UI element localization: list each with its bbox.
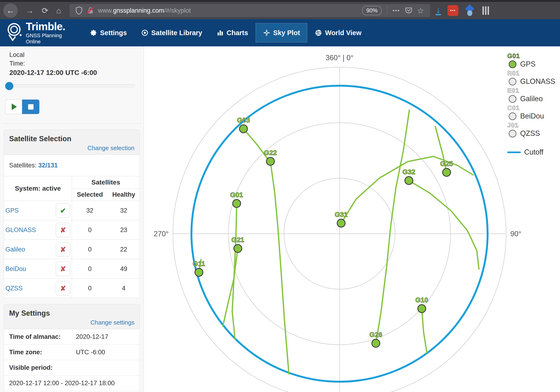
extension-red-icon[interactable]: ••• bbox=[448, 5, 458, 16]
stop-icon bbox=[28, 104, 33, 110]
tab-settings[interactable]: Settings bbox=[83, 23, 134, 42]
satellite-marker-g22[interactable] bbox=[266, 157, 274, 165]
selected-count: 0 bbox=[72, 240, 108, 259]
system-link-gps[interactable]: GPS bbox=[5, 207, 19, 214]
system-toggle-gps[interactable]: ✔ bbox=[56, 203, 70, 218]
legend-item-qzss: J01QZSS bbox=[507, 122, 560, 138]
stop-button[interactable] bbox=[22, 99, 39, 114]
satellite-label-g01: G01 bbox=[230, 191, 243, 199]
system-link-galileo[interactable]: Galileo bbox=[5, 246, 25, 253]
legend-system-name: GLONASS bbox=[520, 77, 555, 86]
system-toggle-galileo[interactable]: ✘ bbox=[56, 242, 70, 257]
selected-header: Selected bbox=[72, 189, 108, 201]
sidebars-icon[interactable] bbox=[481, 6, 489, 15]
settings-value: UTC -6:00 bbox=[76, 349, 134, 356]
browser-window: ← → ⟳ ⌂ www.gnssplanning.com/#/skyplot 9… bbox=[0, 0, 560, 392]
system-toggle-qzss[interactable]: ✘ bbox=[56, 281, 70, 295]
change-selection-link[interactable]: Change selection bbox=[9, 145, 134, 152]
my-settings-title: My Settings bbox=[9, 309, 134, 318]
system-link-glonass[interactable]: GLONASS bbox=[5, 226, 36, 234]
system-row-beidou: BeiDou✘049 bbox=[4, 259, 140, 279]
satellites-header: Satellites bbox=[72, 176, 140, 189]
back-button[interactable]: ← bbox=[3, 3, 18, 18]
insecure-lock-icon[interactable] bbox=[87, 7, 94, 14]
brand-subtitle: GNSS Planning Online bbox=[26, 33, 76, 45]
brand-title[interactable]: Trimble. bbox=[26, 21, 76, 32]
settings-label: Time zone: bbox=[9, 349, 76, 356]
system-link-beidou[interactable]: BeiDou bbox=[5, 265, 26, 273]
legend-item-galileo: E01Galileo bbox=[507, 88, 560, 103]
satellite-marker-g32[interactable] bbox=[405, 176, 413, 185]
content: Local Time: 2020-12-17 12:00 UTC -6:00 S… bbox=[0, 46, 560, 392]
forward-button[interactable]: → bbox=[26, 7, 34, 15]
satellite-marker-g11[interactable] bbox=[195, 268, 203, 276]
url-text[interactable]: www.gnssplanning.com/#/skyplot bbox=[98, 7, 360, 14]
satellite-marker-g10[interactable] bbox=[418, 305, 426, 313]
settings-row: Latitude:N 30° 19' 26.561" bbox=[4, 391, 140, 392]
satellites-selected-count[interactable]: 32 bbox=[39, 162, 45, 169]
downloads-icon[interactable]: ↓ bbox=[436, 6, 441, 15]
crosshair-icon bbox=[263, 29, 270, 37]
tab-charts[interactable]: Charts bbox=[210, 23, 255, 42]
local-time-value: 2020-12-17 12:00 UTC -6:00 bbox=[9, 69, 140, 77]
tab-label: World View bbox=[325, 29, 361, 37]
azimuth-label-north: 360° | 0° bbox=[325, 54, 353, 62]
local-time-label: Local Time: bbox=[9, 50, 35, 68]
legend-system-name: Galileo bbox=[520, 95, 543, 103]
legend-satellite-id: G01 bbox=[507, 53, 560, 59]
system-row-qzss: QZSS✘04 bbox=[4, 279, 140, 298]
time-slider-track[interactable] bbox=[5, 84, 135, 87]
satellite-track-g21 bbox=[223, 248, 238, 326]
tab-satellite-library[interactable]: Satellite Library bbox=[134, 23, 209, 42]
satellite-marker-g21[interactable] bbox=[234, 245, 242, 252]
selected-count: 0 bbox=[72, 259, 108, 279]
my-settings-header: My Settings Change settings bbox=[4, 304, 140, 329]
extension-blue-icon[interactable] bbox=[464, 5, 475, 16]
settings-label: Visible period: bbox=[9, 364, 76, 371]
zoom-level-badge[interactable]: 90% bbox=[362, 6, 382, 15]
trimble-logo: Trimble. GNSS Planning Online bbox=[6, 21, 76, 45]
satellite-selection-header: Satellite Selection Change selection bbox=[4, 130, 140, 155]
satellite-marker-g31[interactable] bbox=[337, 219, 345, 227]
satellites-total-count[interactable]: 131 bbox=[47, 162, 58, 169]
url-path: /#/skyplot bbox=[164, 7, 191, 14]
change-settings-link[interactable]: Change settings bbox=[9, 319, 134, 326]
satellites-count-label: Satellites: bbox=[9, 162, 37, 169]
settings-row: Time of almanac:2020-12-17 bbox=[4, 329, 140, 344]
home-button[interactable]: ⌂ bbox=[57, 7, 61, 15]
tab-world-view[interactable]: World View bbox=[308, 23, 368, 42]
url-domain: gnssplanning.com bbox=[113, 7, 164, 14]
satellite-marker-g25[interactable] bbox=[443, 168, 450, 176]
app-navbar: Trimble. GNSS Planning Online SettingsSa… bbox=[0, 19, 560, 46]
tracking-protection-shield-icon[interactable] bbox=[75, 7, 82, 15]
satellites-count-row: Satellites: 32/131 bbox=[4, 155, 140, 176]
tab-label: Satellite Library bbox=[151, 29, 202, 37]
url-prefix: www. bbox=[98, 7, 113, 14]
tab-sky-plot[interactable]: Sky Plot bbox=[256, 23, 307, 42]
satellite-marker-g26[interactable] bbox=[372, 339, 380, 347]
satellite-label-g11: G11 bbox=[193, 260, 205, 267]
pocket-icon[interactable] bbox=[405, 7, 412, 14]
legend-satellite-id: R01 bbox=[507, 70, 560, 77]
playback-controls bbox=[5, 99, 140, 114]
reload-button[interactable]: ⟳ bbox=[42, 7, 49, 15]
azimuth-label-east: 90° bbox=[510, 230, 521, 238]
page-actions-icon[interactable]: ••• bbox=[392, 8, 400, 14]
satellite-marker-g01[interactable] bbox=[233, 199, 241, 207]
legend-system-name: GPS bbox=[520, 60, 535, 68]
address-bar[interactable]: www.gnssplanning.com/#/skyplot 90% ••• ☆ bbox=[70, 4, 430, 17]
local-time-block: Local Time: 2020-12-17 12:00 UTC -6:00 bbox=[9, 50, 140, 77]
satellite-marker-g03[interactable] bbox=[240, 125, 247, 133]
bookmark-star-icon[interactable]: ☆ bbox=[417, 6, 424, 15]
system-toggle-beidou[interactable]: ✘ bbox=[56, 262, 70, 276]
back-icon: ← bbox=[6, 6, 15, 15]
system-toggle-glonass[interactable]: ✘ bbox=[56, 223, 70, 237]
time-slider bbox=[5, 82, 139, 90]
satellite-selection-panel: Satellite Selection Change selection Sat… bbox=[4, 130, 140, 298]
legend-marker-gps bbox=[509, 60, 516, 68]
play-button[interactable] bbox=[5, 99, 22, 114]
satellite-label-g21: G21 bbox=[231, 236, 244, 244]
selected-count: 32 bbox=[72, 201, 108, 220]
system-link-qzss[interactable]: QZSS bbox=[5, 285, 23, 292]
time-slider-thumb[interactable] bbox=[5, 82, 13, 90]
